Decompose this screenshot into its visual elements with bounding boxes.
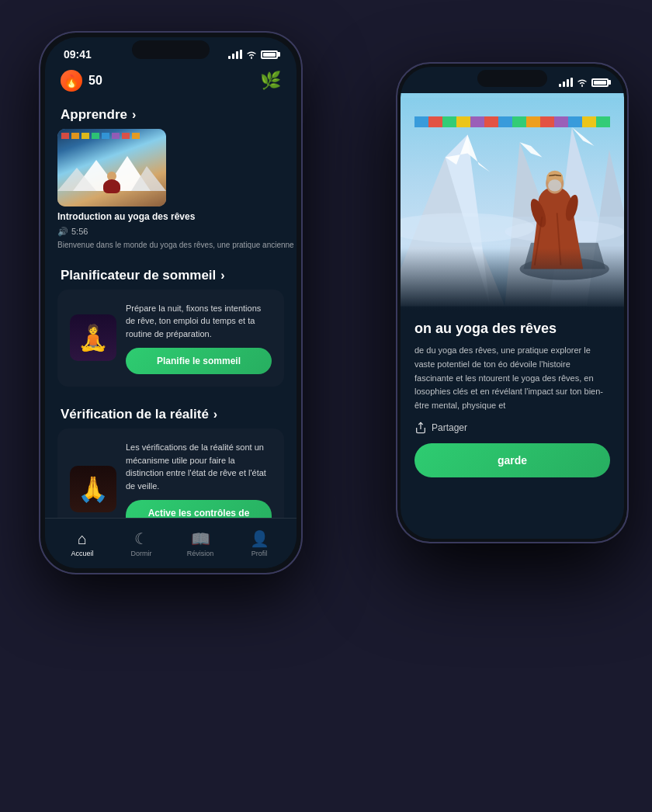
phone2-content: on au yoga des rêves de du yoga des rêve… [401,311,624,490]
header-left: 🔥 50 [61,70,102,92]
learn-chevron: › [132,108,136,122]
nav-label-revision: Révision [187,550,214,557]
svg-line-39 [550,175,555,175]
reality-chevron: › [213,408,217,422]
learn-cards-row: Introduction au yoga des rêves 🔊 5:56 Bi… [45,129,297,260]
app-header: 🔥 50 🌿 [45,67,297,99]
sleep-planner-button[interactable]: Planifie le sommeil [126,348,272,374]
sleep-chevron: › [220,269,224,283]
card-1-audio-icon: 🔊 [57,227,68,237]
reality-desc: Les vérifications de la réalité sont un … [126,441,272,492]
reality-title: Vérification de la réalité [61,407,209,422]
learn-section-header[interactable]: Apprendre › [45,99,297,129]
sleep-desc: Prépare la nuit, fixons tes intentions d… [126,302,272,341]
nav-label-sleep: Dormir [131,550,152,557]
nav-item-home[interactable]: ⌂ Accueil [63,530,102,557]
phone-1-notch [132,40,210,59]
card-1-title: Introduction au yoga des rêves [57,211,297,224]
nav-label-profile: Profil [251,550,268,557]
nav-item-profile[interactable]: 👤 Profil [240,529,279,557]
card-1-image [57,129,166,206]
hero-image [401,93,624,311]
battery-icon-2 [591,78,609,87]
profile-icon: 👤 [250,529,269,548]
signal-icon [228,50,242,59]
hero-prayer-flags [401,116,624,140]
reality-character-avatar: 🙏 [70,466,116,512]
sleep-icon: ☾ [134,529,148,548]
signal-icon-2 [559,78,573,87]
battery-icon [261,50,278,59]
home-icon: ⌂ [78,530,87,548]
hero-title: on au yoga des rêves [414,320,610,338]
phone-2-screen: on au yoga des rêves de du yoga des rêve… [401,67,624,539]
share-icon [414,422,427,434]
svg-line-40 [556,175,561,175]
phone-1: 09:41 [39,31,303,574]
nav-label-home: Accueil [71,550,93,557]
phone-2: on au yoga des rêves de du yoga des rêve… [396,62,629,543]
app-content[interactable]: Apprendre › [45,99,297,537]
card-1-duration: 5:56 [71,227,88,236]
book-icon: 📖 [191,529,210,548]
phone-1-body: 09:41 [39,31,303,574]
svg-point-34 [548,179,561,191]
score-display: 50 [88,74,102,88]
learn-title: Apprendre [61,107,127,123]
status-icons [228,50,278,59]
share-label: Partager [432,422,467,433]
phone-2-notch [477,70,547,87]
card-1-meta: 🔊 5:56 [57,227,297,237]
reality-section-header[interactable]: Vérification de la réalité › [45,399,297,429]
watch-button[interactable]: garde [414,443,610,477]
share-button[interactable]: Partager [414,422,610,434]
bottom-navigation: ⌂ Accueil ☾ Dormir 📖 Révision 👤 Profil [45,518,297,568]
hero-description: de du yoga des rêves, une pratique explo… [414,344,610,412]
flame-icon: 🔥 [61,70,82,92]
status-time: 09:41 [64,48,92,61]
nav-item-sleep[interactable]: ☾ Dormir [122,529,161,557]
card-1-desc: Bienvenue dans le monde du yoga des rêve… [57,240,297,251]
phone-2-body: on au yoga des rêves de du yoga des rêve… [396,62,629,543]
image-fade [401,248,624,311]
phone-1-screen: 09:41 [45,37,297,568]
sleep-feature-text: Prépare la nuit, fixons tes intentions d… [126,302,272,375]
wifi-icon [246,50,257,59]
sleep-character-avatar: 🧘 [70,314,116,361]
prayer-flags-1 [61,133,162,144]
sleep-section-header[interactable]: Planificateur de sommeil › [45,260,297,290]
sleep-planner-card: 🧘 Prépare la nuit, fixons tes intentions… [57,290,284,387]
leaf-icon[interactable]: 🌿 [260,71,281,91]
monk-figure-1 [100,172,123,199]
wifi-icon-2 [577,78,588,87]
learn-card-1[interactable]: Introduction au yoga des rêves 🔊 5:56 Bi… [57,129,297,251]
nav-item-revision[interactable]: 📖 Révision [181,529,220,557]
sleep-title: Planificateur de sommeil [61,268,216,283]
